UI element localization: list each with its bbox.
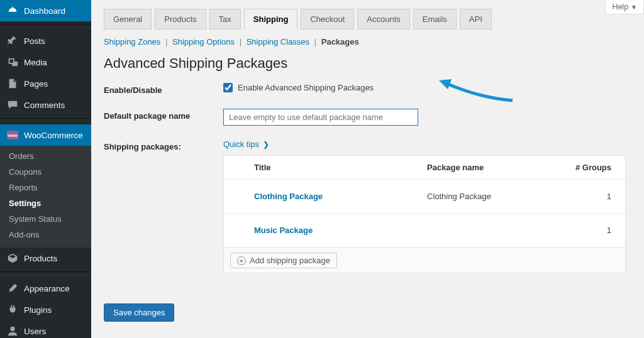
sidebar-label: Dashboard: [24, 6, 65, 16]
sidebar-item-posts[interactable]: Posts: [0, 30, 91, 52]
sidebar-separator: [0, 24, 91, 28]
row-groups: 1: [546, 192, 625, 201]
enable-checkbox[interactable]: [223, 83, 233, 92]
packages-table: Title Package name # Groups Clothing Pac…: [223, 155, 626, 273]
row-name: Clothing Package: [417, 192, 546, 201]
row-default-name: Default package name: [104, 109, 631, 126]
tab-api[interactable]: API: [460, 9, 492, 30]
svg-point-0: [10, 327, 14, 331]
help-label: Help: [612, 3, 628, 11]
row-title-link[interactable]: Music Package: [244, 226, 417, 235]
sidebar-item-products[interactable]: Products: [0, 248, 91, 269]
sidebar-item-plugins[interactable]: Plugins: [0, 299, 91, 320]
add-package-button[interactable]: + Add shipping package: [230, 253, 337, 268]
tab-shipping[interactable]: Shipping: [244, 9, 298, 30]
sidebar-sub-system-status[interactable]: System Status: [0, 211, 91, 227]
dashboard-icon: [6, 4, 19, 17]
label-default-name: Default package name: [104, 109, 223, 121]
sidebar-label: Users: [24, 327, 46, 336]
sidebar-submenu-woocommerce: Orders Coupons Reports Settings System S…: [0, 146, 91, 248]
subnav-zones[interactable]: Shipping Zones: [104, 37, 160, 46]
enable-checkbox-label: Enable Advanced Shipping Packages: [238, 83, 374, 92]
table-header: Title Package name # Groups: [224, 156, 625, 180]
tab-accounts[interactable]: Accounts: [357, 9, 409, 30]
quick-tips-label: Quick tips: [223, 139, 259, 149]
page-icon: [6, 77, 19, 90]
label-packages: Shipping packages:: [104, 139, 223, 151]
save-button[interactable]: Save changes: [104, 303, 174, 322]
media-icon: [6, 56, 19, 68]
products-icon: [6, 252, 19, 264]
col-groups: # Groups: [546, 163, 625, 172]
label-enable: Enable/Disable: [104, 83, 223, 95]
user-icon: [6, 325, 19, 337]
packages-area: Quick tips ❯ Title Package name # Groups…: [223, 139, 626, 273]
sidebar-label: Comments: [24, 101, 65, 110]
row-groups: 1: [546, 226, 625, 235]
sidebar-label: WooCommerce: [24, 131, 83, 140]
sidebar-item-users[interactable]: Users: [0, 320, 91, 338]
subnav-sep: |: [240, 37, 242, 46]
sidebar-sub-orders[interactable]: Orders: [0, 148, 91, 164]
tab-checkout[interactable]: Checkout: [301, 9, 354, 30]
sidebar-item-pages[interactable]: Pages: [0, 73, 91, 94]
chevron-right-icon: ❯: [263, 140, 269, 149]
row-packages: Shipping packages: Quick tips ❯ Title Pa…: [104, 139, 631, 273]
table-row[interactable]: Music Package 1: [224, 214, 625, 248]
default-name-input[interactable]: [223, 109, 418, 126]
help-toggle[interactable]: Help ▼: [605, 0, 644, 14]
sidebar-sub-reports[interactable]: Reports: [0, 180, 91, 195]
col-name: Package name: [417, 163, 546, 172]
pin-icon: [6, 35, 19, 47]
sidebar-separator: [0, 118, 91, 122]
row-enable: Enable/Disable Enable Advanced Shipping …: [104, 83, 631, 95]
tab-emails[interactable]: Emails: [413, 9, 457, 30]
admin-sidebar: Dashboard Posts Media Pages Comments woo…: [0, 0, 91, 338]
sidebar-label: Posts: [24, 36, 45, 46]
tab-general[interactable]: General: [104, 9, 152, 30]
enable-field: Enable Advanced Shipping Packages: [223, 83, 374, 92]
subnav-classes[interactable]: Shipping Classes: [247, 37, 309, 46]
main-content: Help ▼ General Products Tax Shipping Che…: [91, 0, 644, 338]
sidebar-item-media[interactable]: Media: [0, 52, 91, 73]
sidebar-item-woocommerce[interactable]: woo WooCommerce: [0, 124, 91, 146]
subnav-packages: Packages: [321, 37, 359, 46]
sidebar-label: Appearance: [24, 284, 70, 293]
caret-down-icon: ▼: [631, 4, 637, 11]
sidebar-item-dashboard[interactable]: Dashboard: [0, 0, 91, 21]
woocommerce-icon: woo: [6, 129, 19, 141]
sidebar-label: Media: [24, 58, 47, 67]
brush-icon: [6, 282, 19, 295]
plus-icon: +: [237, 256, 246, 265]
table-footer: + Add shipping package: [224, 248, 625, 273]
tab-tax[interactable]: Tax: [209, 9, 241, 30]
subnav-options[interactable]: Shipping Options: [172, 37, 235, 46]
sidebar-label: Products: [24, 254, 57, 263]
sidebar-label: Plugins: [24, 305, 52, 315]
sidebar-separator: [0, 271, 91, 275]
add-package-label: Add shipping package: [250, 256, 330, 265]
tab-products[interactable]: Products: [155, 9, 206, 30]
sidebar-sub-settings[interactable]: Settings: [0, 195, 91, 211]
table-row[interactable]: Clothing Package Clothing Package 1: [224, 180, 625, 214]
col-title: Title: [244, 163, 417, 172]
sidebar-label: Pages: [24, 79, 48, 89]
subnav-sep: |: [314, 37, 316, 46]
quick-tips-link[interactable]: Quick tips ❯: [223, 139, 626, 149]
sidebar-item-comments[interactable]: Comments: [0, 94, 91, 116]
row-title-link[interactable]: Clothing Package: [244, 192, 417, 201]
subnav-sep: |: [165, 37, 167, 46]
plugin-icon: [6, 303, 19, 316]
page-title: Advanced Shipping Packages: [104, 55, 631, 72]
sidebar-sub-coupons[interactable]: Coupons: [0, 164, 91, 180]
shipping-subnav: Shipping Zones | Shipping Options | Ship…: [104, 37, 631, 46]
comment-icon: [6, 99, 19, 111]
sidebar-item-appearance[interactable]: Appearance: [0, 278, 91, 299]
settings-tabs: General Products Tax Shipping Checkout A…: [104, 9, 631, 30]
sidebar-sub-addons[interactable]: Add-ons: [0, 227, 91, 243]
